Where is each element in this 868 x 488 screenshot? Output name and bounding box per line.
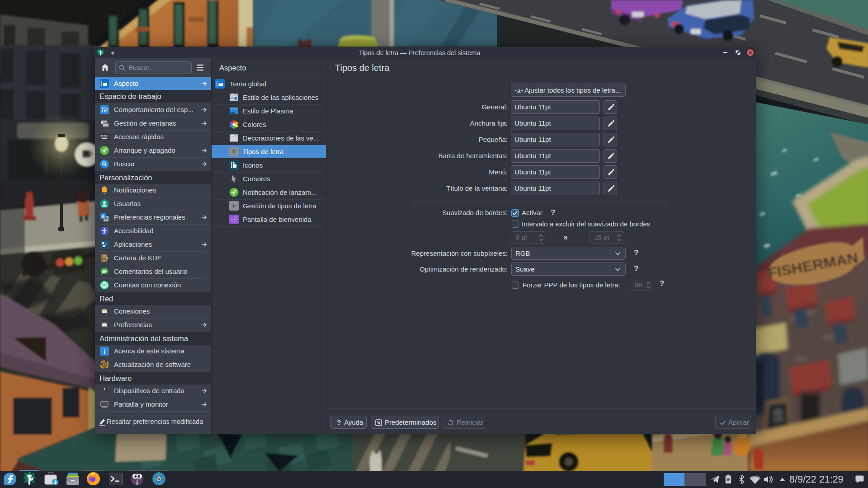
svg-text:A: A [101, 214, 104, 219]
svg-text:a: a [517, 87, 521, 94]
svg-text:K$: K$ [102, 257, 106, 260]
svg-text:F: F [232, 203, 236, 210]
svg-text:i: i [104, 348, 105, 355]
svg-text:F: F [232, 149, 236, 155]
